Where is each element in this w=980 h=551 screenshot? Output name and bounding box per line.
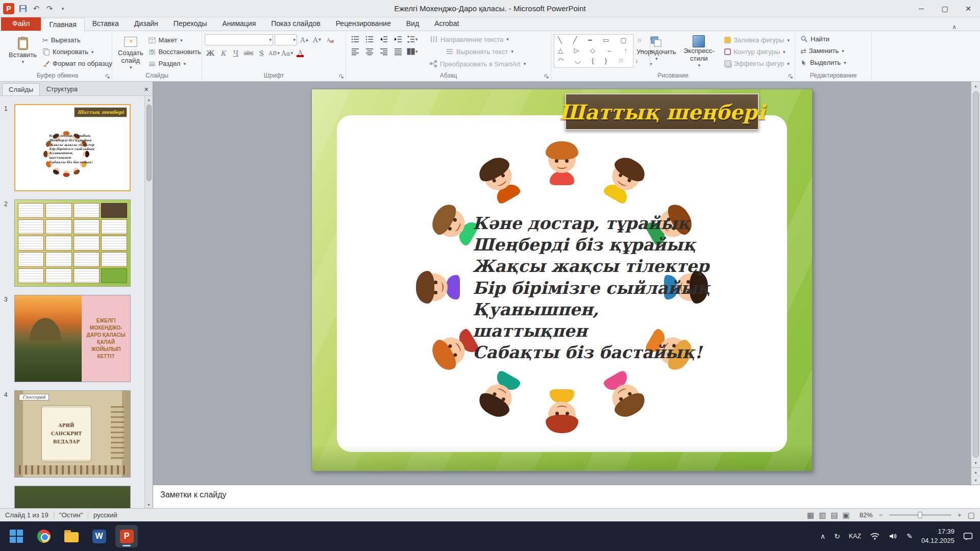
redo-button[interactable]: ↷ bbox=[45, 3, 54, 14]
align-right-button[interactable] bbox=[377, 46, 390, 57]
scroll-down-arrow[interactable]: ▾ bbox=[148, 501, 150, 508]
quick-styles-button[interactable]: Экспресс-стили ▾ bbox=[679, 33, 719, 70]
increase-indent-button[interactable] bbox=[391, 34, 404, 45]
shape-fill-button[interactable]: Заливка фигуры▾ bbox=[722, 34, 792, 46]
thumbnail-canvas[interactable]: Глоссарий АРИЙ САНСКРИТ ВЕДАЛАР bbox=[14, 390, 131, 478]
copy-button[interactable]: Копировать▾ bbox=[40, 46, 115, 58]
thumbnail-canvas[interactable]: ЕЖЕЛГІ МОХЕНДЖО-ДАРО ҚАЛАСЫ ҚАЛАЙ ЖОЙЫЛЫ… bbox=[14, 295, 131, 382]
shape-effects-button[interactable]: Эффекты фигур▾ bbox=[722, 58, 792, 69]
character-spacing-button[interactable]: АВ▾ bbox=[268, 48, 280, 59]
new-slide-button[interactable]: Создать слайд ▾ bbox=[115, 33, 146, 70]
slide-sorter-view-button[interactable]: ▥ bbox=[819, 511, 826, 520]
paste-button[interactable]: Вставить ▾ bbox=[6, 33, 40, 70]
keyboard-language-indicator[interactable]: KAZ bbox=[849, 533, 861, 540]
change-case-button[interactable]: Аа▾ bbox=[281, 48, 293, 59]
tab-animation[interactable]: Анимация bbox=[215, 17, 264, 31]
previous-slide-button[interactable]: ▴ bbox=[971, 467, 980, 476]
tab-transitions[interactable]: Переходы bbox=[166, 17, 215, 31]
justify-button[interactable] bbox=[391, 46, 404, 57]
tab-review[interactable]: Рецензирование bbox=[328, 17, 399, 31]
text-direction-button[interactable]: Направление текста▾ bbox=[427, 34, 511, 45]
tab-acrobat[interactable]: Acrobat bbox=[427, 17, 467, 31]
zoom-slider[interactable] bbox=[889, 514, 951, 516]
slide-canvas[interactable]: Шаттық шеңбері Кәне достар, тұрайық Шеңб… bbox=[312, 89, 812, 471]
replace-button[interactable]: ⇄ Заменить▾ bbox=[798, 45, 869, 57]
tab-slideshow[interactable]: Показ слайдов bbox=[263, 17, 328, 31]
tab-outline[interactable]: Структура bbox=[40, 83, 84, 95]
slide-thumbnail-4[interactable]: 4 Глоссарий АРИЙ САНСКРИТ ВЕДАЛАР bbox=[4, 390, 141, 478]
bullets-button[interactable] bbox=[349, 34, 361, 45]
align-text-button[interactable]: Выровнять текст▾ bbox=[443, 46, 516, 58]
grow-font-button[interactable]: А▲ bbox=[299, 35, 310, 45]
tab-view[interactable]: Вид bbox=[399, 17, 427, 31]
align-center-button[interactable] bbox=[363, 46, 376, 57]
sync-icon[interactable]: ↻ bbox=[834, 532, 840, 540]
slide-thumbnail-2[interactable]: 2 bbox=[4, 199, 141, 287]
volume-icon[interactable] bbox=[889, 532, 898, 540]
scroll-down-arrow[interactable]: ▾ bbox=[971, 459, 980, 467]
find-button[interactable]: Найти bbox=[798, 33, 869, 45]
slide-title-banner[interactable]: Шаттық шеңбері bbox=[565, 93, 759, 130]
cut-button[interactable]: ✂Вырезать bbox=[40, 34, 115, 46]
zoom-in-button[interactable]: + bbox=[956, 511, 963, 519]
scrollbar-thumb[interactable] bbox=[973, 91, 979, 458]
scroll-up-arrow[interactable]: ▴ bbox=[148, 96, 150, 103]
tab-insert[interactable]: Вставка bbox=[85, 17, 127, 31]
numbering-button[interactable] bbox=[363, 34, 376, 45]
word-taskbar-icon[interactable]: W bbox=[88, 525, 110, 547]
slide-thumbnail-1[interactable]: 1 Шаттық шеңбері Кәне достар, тұрайықШең… bbox=[4, 104, 141, 191]
editor-scrollbar[interactable]: ▴ ▾ ▴ ▾ bbox=[971, 82, 980, 485]
layout-button[interactable]: Макет▾ bbox=[146, 34, 203, 46]
tab-file[interactable]: Файл bbox=[1, 17, 41, 31]
tab-design[interactable]: Дизайн bbox=[127, 17, 166, 31]
font-color-button[interactable]: А bbox=[295, 48, 306, 59]
next-slide-button[interactable]: ▾ bbox=[971, 476, 980, 485]
bold-button[interactable]: Ж bbox=[205, 48, 216, 59]
reading-view-button[interactable]: ▤ bbox=[830, 511, 838, 520]
scrollbar-thumb[interactable] bbox=[146, 105, 152, 181]
file-explorer-taskbar-icon[interactable] bbox=[60, 525, 83, 547]
clipboard-dialog-launcher[interactable] bbox=[105, 74, 110, 79]
powerpoint-taskbar-icon[interactable]: P bbox=[115, 525, 138, 547]
undo-button[interactable]: ↶ bbox=[32, 3, 41, 14]
notes-pane[interactable]: Заметки к слайду bbox=[153, 485, 980, 508]
chrome-taskbar-icon[interactable] bbox=[33, 525, 55, 547]
normal-view-button[interactable]: ▦ bbox=[807, 511, 814, 520]
arrange-button[interactable]: Упорядочить ▾ bbox=[633, 33, 679, 70]
collapse-ribbon-button[interactable]: ∧ bbox=[952, 23, 957, 31]
slideshow-view-button[interactable]: ▣ bbox=[843, 511, 850, 520]
slide-thumbnail-3[interactable]: 3 ЕЖЕЛГІ МОХЕНДЖО-ДАРО ҚАЛАСЫ ҚАЛАЙ ЖОЙЫ… bbox=[4, 295, 141, 382]
maximize-button[interactable]: ▢ bbox=[933, 0, 957, 17]
align-left-button[interactable] bbox=[349, 46, 361, 57]
customize-qat-button[interactable]: ▾ bbox=[58, 3, 67, 14]
poem-text-placeholder[interactable]: Кәне достар, тұрайық Шеңберді біз құрайы… bbox=[473, 213, 651, 364]
drawing-dialog-launcher[interactable] bbox=[788, 74, 793, 79]
slide-thumbnail-5[interactable] bbox=[4, 486, 141, 508]
italic-button[interactable]: К bbox=[217, 48, 229, 59]
zoom-out-button[interactable]: − bbox=[877, 511, 885, 519]
underline-button[interactable]: Ч bbox=[230, 48, 241, 59]
shrink-font-button[interactable]: А▼ bbox=[311, 35, 323, 45]
zoom-percentage[interactable]: 82% bbox=[860, 511, 873, 519]
start-button[interactable] bbox=[5, 525, 28, 547]
pen-icon[interactable]: ✎ bbox=[906, 532, 913, 540]
font-name-select[interactable]: ▾ bbox=[205, 34, 273, 45]
section-button[interactable]: Раздел▾ bbox=[146, 58, 203, 69]
select-button[interactable]: Выделить▾ bbox=[798, 57, 869, 68]
clear-formatting-button[interactable]: А bbox=[324, 35, 335, 45]
fit-slide-to-window-button[interactable]: ▢ bbox=[968, 511, 975, 520]
thumbnail-canvas[interactable] bbox=[14, 486, 131, 508]
save-button[interactable] bbox=[18, 3, 28, 14]
language-indicator[interactable]: русский bbox=[93, 511, 117, 519]
tab-home[interactable]: Главная bbox=[41, 18, 84, 31]
hidden-icons-chevron[interactable]: ∧ bbox=[820, 532, 825, 540]
columns-button[interactable]: ▾ bbox=[406, 46, 419, 57]
notifications-icon[interactable] bbox=[963, 532, 973, 541]
reset-button[interactable]: Восстановить bbox=[146, 46, 203, 58]
shape-outline-button[interactable]: Контур фигуры▾ bbox=[722, 46, 792, 58]
font-dialog-launcher[interactable] bbox=[339, 74, 344, 79]
minimize-button[interactable]: ─ bbox=[910, 0, 933, 17]
close-button[interactable]: × bbox=[957, 0, 980, 17]
paragraph-dialog-launcher[interactable] bbox=[544, 74, 549, 79]
font-size-select[interactable]: ▾ bbox=[275, 34, 297, 45]
